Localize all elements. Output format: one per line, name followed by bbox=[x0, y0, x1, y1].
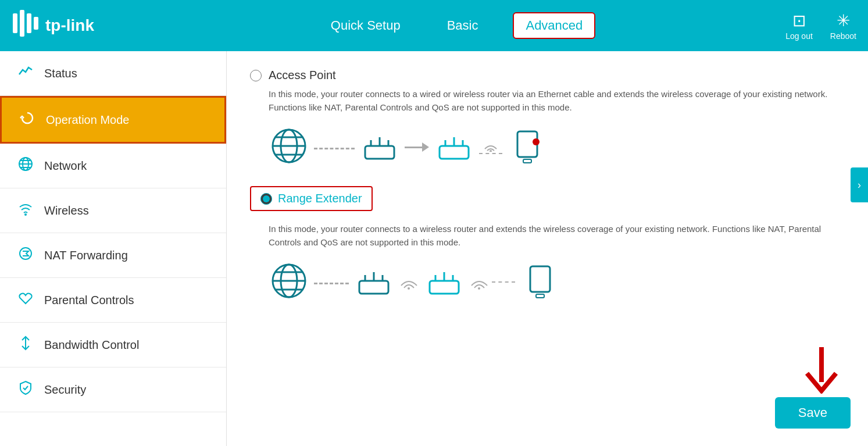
router2-icon-re bbox=[424, 261, 465, 304]
sidebar-item-parental-controls[interactable]: Parental Controls bbox=[0, 278, 226, 323]
globe-icon-re bbox=[269, 261, 309, 304]
header: tp-link Quick Setup Basic Advanced ⊡ Log… bbox=[0, 0, 868, 51]
tab-quick-setup[interactable]: Quick Setup bbox=[319, 13, 412, 38]
header-right: ⊡ Log out ✳ Reboot bbox=[785, 11, 856, 41]
device-icon-re bbox=[520, 261, 560, 304]
range-extender-title: Range Extender bbox=[278, 192, 362, 205]
range-extender-header-row: Range Extender bbox=[250, 186, 845, 217]
svg-point-38 bbox=[408, 287, 410, 290]
svg-rect-34 bbox=[359, 281, 388, 294]
sidebar-item-parental-label: Parental Controls bbox=[44, 294, 134, 307]
svg-rect-17 bbox=[365, 146, 394, 159]
range-extender-desc: In this mode, your router connects to a … bbox=[269, 223, 845, 249]
range-extender-section: Range Extender In this mode, your router… bbox=[250, 186, 845, 304]
router1-icon-re bbox=[353, 261, 394, 304]
svg-rect-21 bbox=[440, 146, 469, 159]
svg-point-43 bbox=[478, 287, 480, 290]
svg-point-28 bbox=[533, 138, 540, 145]
range-extender-radio[interactable] bbox=[260, 193, 272, 205]
svg-rect-3 bbox=[34, 17, 38, 30]
access-point-header: Access Point bbox=[250, 69, 845, 82]
reboot-button[interactable]: ✳ Reboot bbox=[830, 11, 856, 41]
sidebar-item-security-label: Security bbox=[44, 383, 86, 397]
sidebar-item-wireless[interactable]: Wireless bbox=[0, 188, 226, 233]
sidebar-item-security[interactable]: Security bbox=[0, 367, 226, 412]
main-layout: Status Operation Mode Net bbox=[0, 51, 868, 446]
svg-rect-45 bbox=[536, 294, 544, 298]
svg-point-9 bbox=[24, 213, 27, 216]
logout-button[interactable]: ⊡ Log out bbox=[785, 11, 813, 41]
sidebar-item-network-label: Network bbox=[44, 159, 87, 173]
sidebar-item-status[interactable]: Status bbox=[0, 51, 226, 96]
tab-basic[interactable]: Basic bbox=[435, 13, 490, 38]
svg-rect-0 bbox=[13, 13, 17, 33]
logout-label: Log out bbox=[785, 31, 813, 41]
range-extender-box: Range Extender bbox=[250, 186, 373, 211]
range-extender-diagram bbox=[269, 261, 845, 304]
sidebar-item-bandwidth-control[interactable]: Bandwidth Control bbox=[0, 323, 226, 367]
svg-point-25 bbox=[490, 150, 492, 152]
svg-rect-2 bbox=[27, 13, 31, 33]
svg-rect-1 bbox=[20, 10, 24, 37]
access-point-section: Access Point In this mode, your router c… bbox=[250, 69, 845, 169]
status-icon bbox=[16, 64, 35, 83]
globe-icon-ap bbox=[269, 126, 309, 169]
sidebar-item-status-label: Status bbox=[44, 67, 77, 80]
svg-rect-44 bbox=[530, 266, 550, 292]
router2-icon-ap bbox=[434, 126, 474, 169]
sidebar-item-bandwidth-label: Bandwidth Control bbox=[44, 338, 139, 352]
logo-text: tp-link bbox=[45, 16, 94, 35]
reboot-icon: ✳ bbox=[837, 11, 850, 30]
sidebar-item-wireless-label: Wireless bbox=[44, 204, 89, 217]
network-icon bbox=[16, 156, 35, 175]
svg-rect-39 bbox=[430, 281, 459, 294]
access-point-diagram bbox=[269, 126, 845, 169]
operation-mode-icon bbox=[18, 110, 37, 129]
access-point-radio[interactable] bbox=[250, 70, 262, 81]
svg-rect-27 bbox=[523, 159, 531, 163]
parental-icon bbox=[16, 291, 35, 309]
scroll-indicator[interactable]: › bbox=[851, 167, 868, 202]
save-button[interactable]: Save bbox=[775, 397, 851, 429]
wireless-icon bbox=[16, 201, 35, 220]
logo-area: tp-link bbox=[12, 9, 94, 43]
tab-advanced[interactable]: Advanced bbox=[513, 12, 595, 39]
sidebar-item-operation-mode[interactable]: Operation Mode bbox=[0, 96, 226, 144]
sidebar-item-nat-forwarding[interactable]: NAT Forwarding bbox=[0, 233, 226, 278]
down-arrow-indicator bbox=[804, 347, 839, 399]
access-point-title: Access Point bbox=[269, 69, 336, 82]
sidebar: Status Operation Mode Net bbox=[0, 51, 227, 446]
sidebar-item-network[interactable]: Network bbox=[0, 144, 226, 188]
reboot-label: Reboot bbox=[830, 31, 856, 41]
content-area: › Access Point In this mode, your router… bbox=[227, 51, 868, 446]
tp-link-icon bbox=[12, 9, 41, 43]
router1-icon-ap bbox=[359, 126, 400, 169]
access-point-desc: In this mode, your router connects to a … bbox=[269, 88, 845, 114]
security-icon bbox=[16, 380, 35, 399]
logout-icon: ⊡ bbox=[792, 11, 806, 30]
bandwidth-icon bbox=[16, 336, 35, 354]
device-icon-ap bbox=[507, 126, 548, 169]
sidebar-item-nat-label: NAT Forwarding bbox=[44, 249, 128, 262]
sidebar-item-operation-mode-label: Operation Mode bbox=[46, 113, 129, 127]
nat-icon bbox=[16, 246, 35, 265]
nav-tabs: Quick Setup Basic Advanced bbox=[129, 12, 785, 39]
